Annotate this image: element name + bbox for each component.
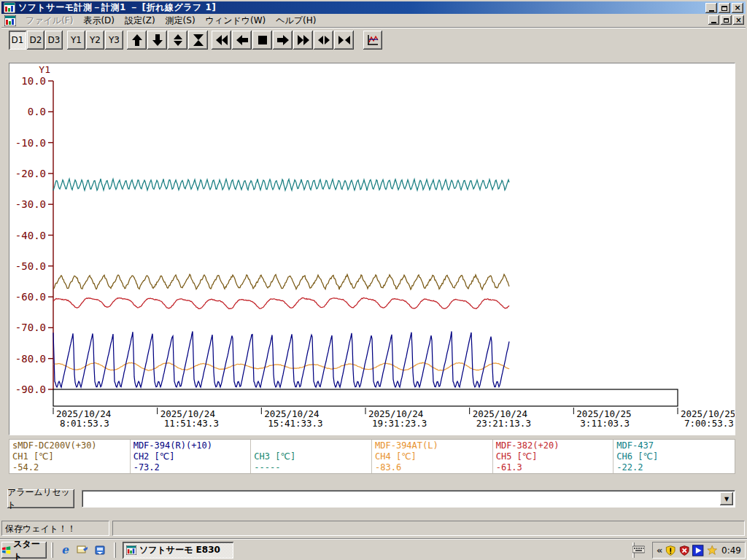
task-button-label: ソフトサーモ E830 xyxy=(139,544,220,556)
scroll-left-button[interactable] xyxy=(232,31,252,50)
start-button[interactable]: スタート xyxy=(1,542,47,559)
menu-measure[interactable]: 測定(S) xyxy=(160,13,201,28)
ch2-value: -73.2 xyxy=(133,462,248,473)
quicklaunch-handle[interactable] xyxy=(51,542,53,558)
ie-quicklaunch-icon[interactable]: e xyxy=(58,543,71,556)
ch1-value: -54.2 xyxy=(12,462,127,473)
graph-panel: Y110.00.0-10.0-20.0-30.0-40.0-50.0-60.0-… xyxy=(9,63,735,435)
taskband-handle[interactable] xyxy=(114,542,116,558)
ch4-label: CH4 [℃] xyxy=(375,451,489,462)
ch6-sensor-name: MDF-437 xyxy=(616,440,732,451)
expand-vertical-button[interactable] xyxy=(168,31,187,50)
child-restore-button[interactable] xyxy=(721,15,732,25)
status-bar: 保存ウェイト！！ xyxy=(0,518,747,538)
compress-horizontal-button[interactable] xyxy=(334,31,354,50)
media-player-tray-icon[interactable] xyxy=(692,545,703,556)
stop-button[interactable] xyxy=(252,31,272,50)
svg-text:3:11:03.3: 3:11:03.3 xyxy=(580,418,630,429)
compress-vertical-button[interactable] xyxy=(188,31,208,50)
stop-icon xyxy=(258,35,268,45)
menu-file[interactable]: ファイル(F) xyxy=(20,13,78,28)
toolbar: D1 D2 D3 Y1 Y2 Y3 xyxy=(1,28,746,52)
arrow-down-icon xyxy=(151,34,164,47)
security-alert-shield-icon[interactable] xyxy=(679,545,689,556)
scale-down-button[interactable] xyxy=(147,31,167,50)
svg-text:10.0: 10.0 xyxy=(21,75,46,87)
legend-ch5: MDF-382(+20) CH5 [℃] -61.3 xyxy=(493,440,614,473)
fast-forward-button[interactable] xyxy=(293,31,313,50)
status-message: 保存ウェイト！！ xyxy=(5,524,76,534)
minimize-icon xyxy=(711,22,716,23)
minimize-button[interactable] xyxy=(705,3,717,13)
svg-text:-80.0: -80.0 xyxy=(15,353,46,365)
mdi-child-icon[interactable] xyxy=(4,15,16,26)
app-icon xyxy=(126,545,136,555)
menu-view[interactable]: 表示(D) xyxy=(78,13,120,28)
y2-button[interactable]: Y2 xyxy=(86,31,104,50)
keyboard-language-icon[interactable] xyxy=(632,545,645,553)
security-warning-shield-icon[interactable] xyxy=(665,545,676,556)
start-label: スタート xyxy=(13,538,47,560)
legend-ch2: MDF-394(R)(+10) CH2 [℃] -73.2 xyxy=(131,440,252,473)
alarm-combobox[interactable]: ▼ xyxy=(82,490,735,508)
window-title: ソフトサーモ計測－計測1 － [折れ線グラフ 1] xyxy=(18,1,216,14)
restore-icon xyxy=(721,6,727,11)
svg-text:-90.0: -90.0 xyxy=(15,384,46,395)
ch5-value: -61.3 xyxy=(496,462,611,473)
d3-button[interactable]: D3 xyxy=(45,31,63,50)
d1-button[interactable]: D1 xyxy=(9,31,26,50)
svg-text:8:01:53.3: 8:01:53.3 xyxy=(60,418,109,429)
svg-text:-40.0: -40.0 xyxy=(15,230,46,241)
tray-overflow-chevron[interactable]: « xyxy=(657,545,662,556)
channel-legend: sMDF-DC200V(+30) CH1 [℃] -54.2 MDF-394(R… xyxy=(9,439,735,474)
child-minimize-button[interactable] xyxy=(708,15,719,25)
fast-rewind-button[interactable] xyxy=(212,31,231,50)
task-button-softthermo[interactable]: ソフトサーモ E830 xyxy=(123,542,233,559)
tray-clock[interactable]: 0:49 xyxy=(721,545,741,556)
double-left-icon xyxy=(215,34,228,46)
arrow-left-icon xyxy=(236,34,249,47)
ch1-sensor-name: sMDF-DC200V(+30) xyxy=(12,440,127,451)
close-button[interactable]: × xyxy=(732,3,743,13)
ch3-label: CH3 [℃] xyxy=(254,451,368,462)
scroll-right-button[interactable] xyxy=(273,31,293,50)
legend-ch6: MDF-437 CH6 [℃] -22.2 xyxy=(614,440,735,473)
svg-text:23:21:13.3: 23:21:13.3 xyxy=(476,418,531,429)
line-chart: Y110.00.0-10.0-20.0-30.0-40.0-50.0-60.0-… xyxy=(9,63,735,435)
child-close-button[interactable]: × xyxy=(733,15,744,25)
ch3-value: ----- xyxy=(254,462,368,473)
d2-button[interactable]: D2 xyxy=(27,31,44,50)
svg-text:Y1: Y1 xyxy=(39,64,50,75)
arrow-up-icon xyxy=(131,34,144,47)
system-tray: « 0:49 xyxy=(652,542,746,559)
svg-text:-70.0: -70.0 xyxy=(15,322,46,333)
arrow-right-icon xyxy=(276,34,290,47)
y3-button[interactable]: Y3 xyxy=(105,31,123,50)
ch2-label: CH2 [℃] xyxy=(133,451,248,462)
menu-bar: ファイル(F) 表示(D) 設定(Z) 測定(S) ウィンドウ(W) ヘルプ(H… xyxy=(1,14,746,28)
outlook-quicklaunch-icon[interactable] xyxy=(93,543,107,556)
alarm-reset-label: アラームリセット xyxy=(7,486,74,511)
y1-button[interactable]: Y1 xyxy=(67,31,85,50)
svg-text:19:31:23.3: 19:31:23.3 xyxy=(372,418,427,429)
menu-settings[interactable]: 設定(Z) xyxy=(120,13,160,28)
legend-ch3: CH3 [℃] ----- xyxy=(251,440,372,473)
line-graph-icon xyxy=(366,34,379,47)
title-bar: ソフトサーモ計測－計測1 － [折れ線グラフ 1] × xyxy=(1,1,746,14)
expand-horizontal-icon xyxy=(317,34,330,46)
alarm-reset-button[interactable]: アラームリセット xyxy=(7,489,74,508)
chevron-down-icon: ▼ xyxy=(724,496,729,502)
show-desktop-icon[interactable] xyxy=(76,543,89,556)
combobox-dropdown-button[interactable]: ▼ xyxy=(720,492,733,505)
restore-button[interactable] xyxy=(719,3,730,13)
scale-up-button[interactable] xyxy=(127,31,147,50)
svg-text:-30.0: -30.0 xyxy=(15,198,46,210)
windows-logo-icon xyxy=(1,545,11,555)
minimize-icon xyxy=(709,10,714,12)
menu-window[interactable]: ウィンドウ(W) xyxy=(201,13,271,28)
expand-vertical-icon xyxy=(171,34,185,47)
menu-help[interactable]: ヘルプ(H) xyxy=(271,13,321,28)
update-star-tray-icon[interactable] xyxy=(707,545,717,556)
expand-horizontal-button[interactable] xyxy=(314,31,333,50)
graph-view-button[interactable] xyxy=(363,31,382,50)
